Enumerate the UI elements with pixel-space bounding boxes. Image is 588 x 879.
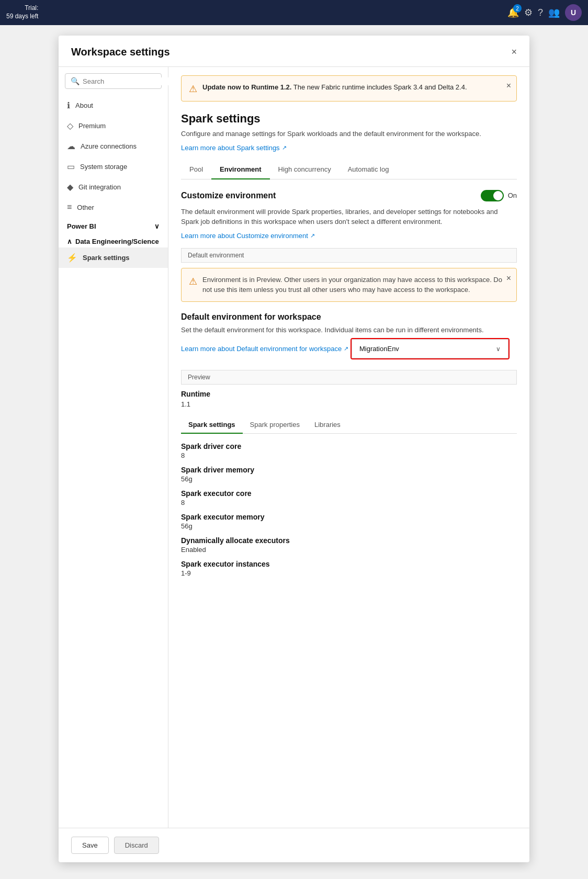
environment-dropdown[interactable]: MigrationEnv ∨ bbox=[352, 339, 508, 358]
settings-icon[interactable]: ⚙ bbox=[524, 7, 533, 18]
dynamic-allocate-value: Enabled bbox=[181, 546, 517, 554]
sidebar-item-git[interactable]: ◆ Git integration bbox=[59, 177, 168, 197]
tab-pool[interactable]: Pool bbox=[181, 160, 211, 179]
tab-automatic-log[interactable]: Automatic log bbox=[340, 160, 398, 179]
learn-more-default-env-link[interactable]: Learn more about Default environment for… bbox=[181, 345, 348, 353]
spark-executor-instances-value: 1-9 bbox=[181, 569, 517, 577]
dynamic-allocate-label: Dynamically allocate executors bbox=[181, 536, 517, 545]
spark-executor-memory-value: 56g bbox=[181, 522, 517, 530]
modal-header: Workspace settings × bbox=[59, 36, 529, 67]
banner-close-button[interactable]: × bbox=[506, 81, 511, 91]
spark-executor-instances-label: Spark executor instances bbox=[181, 560, 517, 568]
alert-warning-icon: ⚠ bbox=[189, 276, 197, 287]
spark-executor-memory: Spark executor memory 56g bbox=[181, 513, 517, 530]
main-content: ⚠ Update now to Runtime 1.2. The new Fab… bbox=[168, 67, 529, 828]
customize-env-description: The default environment will provide Spa… bbox=[181, 207, 517, 227]
sidebar-item-other[interactable]: ≡ Other bbox=[59, 197, 168, 217]
spark-executor-core-label: Spark executor core bbox=[181, 489, 517, 498]
tab-environment[interactable]: Environment bbox=[211, 160, 269, 179]
dropdown-value: MigrationEnv bbox=[359, 345, 399, 353]
notification-badge: 2 bbox=[513, 4, 522, 13]
other-icon: ≡ bbox=[67, 202, 72, 212]
help-icon[interactable]: ? bbox=[538, 7, 543, 18]
preview-label-bar: Preview bbox=[181, 370, 517, 385]
sidebar-section-powerbi[interactable]: Power BI ∨ bbox=[59, 217, 168, 232]
toggle-container: On bbox=[481, 190, 517, 201]
modal-title: Workspace settings bbox=[71, 46, 170, 58]
spark-driver-memory-label: Spark driver memory bbox=[181, 466, 517, 474]
runtime-value: 1.1 bbox=[181, 400, 517, 408]
avatar[interactable]: U bbox=[565, 4, 582, 21]
alert-banner: ⚠ Environment is in Preview. Other users… bbox=[181, 268, 517, 302]
toggle-knob bbox=[493, 191, 503, 200]
search-input[interactable] bbox=[83, 77, 171, 85]
customize-env-header: Customize environment On bbox=[181, 190, 517, 201]
section-label: Data Engineering/Science bbox=[75, 238, 159, 245]
modal-body: 🔍 ℹ About ◇ Premium ☁ Azure connections … bbox=[59, 67, 529, 828]
inner-tab-libraries[interactable]: Libraries bbox=[307, 416, 348, 434]
tab-high-concurrency[interactable]: High concurrency bbox=[270, 160, 340, 179]
banner-text: Update now to Runtime 1.2. The new Fabri… bbox=[202, 82, 467, 93]
sidebar-item-label: Spark settings bbox=[83, 254, 130, 262]
save-button[interactable]: Save bbox=[71, 837, 109, 854]
sidebar-item-premium[interactable]: ◇ Premium bbox=[59, 116, 168, 136]
main-tabs: Pool Environment High concurrency Automa… bbox=[181, 160, 517, 179]
spark-icon: ⚡ bbox=[67, 253, 77, 263]
sidebar-item-label: Premium bbox=[78, 122, 106, 130]
inner-tab-spark-settings[interactable]: Spark settings bbox=[181, 416, 243, 434]
spark-driver-core-value: 8 bbox=[181, 452, 517, 459]
spark-executor-instances: Spark executor instances 1-9 bbox=[181, 560, 517, 577]
section-label: Power BI bbox=[67, 222, 96, 230]
environment-dropdown-wrapper: MigrationEnv ∨ bbox=[350, 338, 510, 359]
alert-close-button[interactable]: × bbox=[506, 274, 511, 283]
spark-executor-memory-label: Spark executor memory bbox=[181, 513, 517, 521]
topbar: Trial: 59 days left 🔔 2 ⚙ ? 👥 U bbox=[0, 0, 588, 25]
search-container[interactable]: 🔍 bbox=[65, 73, 162, 89]
learn-more-customize-link[interactable]: Learn more about Customize environment ↗ bbox=[181, 232, 315, 240]
search-icon: 🔍 bbox=[71, 77, 80, 85]
default-env-workspace-title: Default environment for workspace bbox=[181, 312, 517, 322]
dynamic-allocate-executors: Dynamically allocate executors Enabled bbox=[181, 536, 517, 554]
inner-tab-spark-properties[interactable]: Spark properties bbox=[243, 416, 307, 434]
sidebar-item-azure[interactable]: ☁ Azure connections bbox=[59, 136, 168, 156]
external-link-icon: ↗ bbox=[344, 345, 348, 352]
external-link-icon: ↗ bbox=[310, 232, 315, 239]
learn-more-spark-link[interactable]: Learn more about Spark settings ↗ bbox=[181, 144, 287, 152]
page-title: Spark settings bbox=[181, 112, 517, 126]
inner-tabs: Spark settings Spark properties Librarie… bbox=[181, 416, 517, 434]
runtime-section: Runtime 1.1 bbox=[181, 390, 517, 408]
default-env-workspace-desc: Set the default environment for this wor… bbox=[181, 325, 517, 335]
update-banner: ⚠ Update now to Runtime 1.2. The new Fab… bbox=[181, 75, 517, 102]
customize-env-title: Customize environment bbox=[181, 191, 276, 200]
spark-driver-core: Spark driver core 8 bbox=[181, 442, 517, 459]
alert-banner-text: Environment is in Preview. Other users i… bbox=[202, 275, 509, 295]
info-icon: ℹ bbox=[67, 100, 70, 110]
sidebar-item-storage[interactable]: ▭ System storage bbox=[59, 156, 168, 177]
close-button[interactable]: × bbox=[511, 47, 517, 58]
toggle-label: On bbox=[508, 191, 517, 199]
runtime-title: Runtime bbox=[181, 390, 517, 398]
spark-settings-list: Spark driver core 8 Spark driver memory … bbox=[181, 442, 517, 577]
workspace-settings-modal: Workspace settings × 🔍 ℹ About ◇ Premium… bbox=[59, 36, 529, 862]
spark-executor-core-value: 8 bbox=[181, 499, 517, 506]
sidebar-item-about[interactable]: ℹ About bbox=[59, 95, 168, 116]
people-icon[interactable]: 👥 bbox=[548, 7, 560, 18]
page-description: Configure and manage settings for Spark … bbox=[181, 129, 517, 139]
customize-env-toggle[interactable] bbox=[481, 190, 504, 201]
discard-button[interactable]: Discard bbox=[114, 837, 159, 854]
chevron-down-icon: ∨ bbox=[496, 345, 501, 353]
modal-footer: Save Discard bbox=[59, 828, 529, 862]
chevron-down-icon: ∨ bbox=[154, 222, 160, 230]
external-link-icon: ↗ bbox=[282, 144, 287, 151]
notification-icon[interactable]: 🔔 2 bbox=[507, 7, 519, 18]
warning-icon: ⚠ bbox=[189, 83, 197, 95]
premium-icon: ◇ bbox=[67, 121, 73, 131]
sidebar-item-label: About bbox=[75, 102, 93, 109]
spark-driver-memory-value: 56g bbox=[181, 475, 517, 483]
spark-driver-core-label: Spark driver core bbox=[181, 442, 517, 450]
sidebar-item-spark[interactable]: ⚡ Spark settings bbox=[59, 247, 168, 268]
spark-executor-core: Spark executor core 8 bbox=[181, 489, 517, 506]
sidebar-item-label: Git integration bbox=[78, 183, 121, 191]
spark-driver-memory: Spark driver memory 56g bbox=[181, 466, 517, 483]
chevron-up-icon: ∧ bbox=[67, 238, 72, 245]
